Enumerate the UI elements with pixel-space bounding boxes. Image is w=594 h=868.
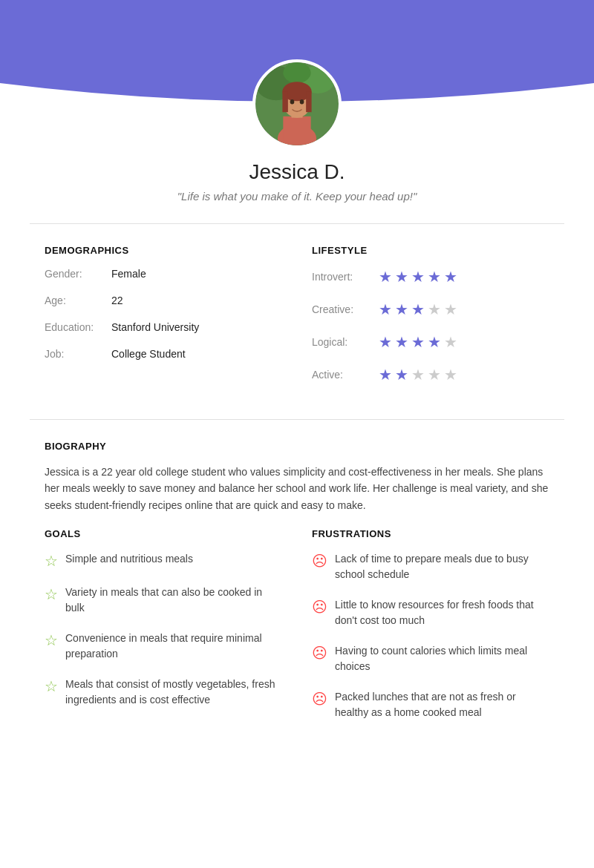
divider-1 [30, 223, 564, 224]
frustration-item-2: ☹ Little to know resources for fresh foo… [312, 597, 549, 628]
demographics-title: DEMOGRAPHICS [45, 245, 282, 256]
age-value: 22 [111, 295, 123, 306]
demographics-col: DEMOGRAPHICS Gender: Female Age: 22 Educ… [45, 245, 282, 398]
goal-item-3: ☆ Convenience in meals that require mini… [45, 631, 282, 662]
education-value: Stanford University [111, 321, 199, 333]
star-1: ★ [379, 366, 392, 384]
job-row: Job: College Student [45, 348, 282, 360]
gender-value: Female [111, 268, 146, 280]
creative-stars: ★ ★ ★ ★ ★ [379, 300, 457, 318]
goal-item-1: ☆ Simple and nutritious meals [45, 551, 282, 570]
goal-item-4: ☆ Meals that consist of mostly vegetable… [45, 677, 282, 708]
frustration-icon-3: ☹ [312, 644, 327, 662]
education-label: Education: [45, 321, 111, 333]
job-value: College Student [111, 348, 186, 360]
gender-label: Gender: [45, 268, 111, 280]
active-row: Active: ★ ★ ★ ★ ★ [312, 366, 549, 384]
frustration-item-3: ☹ Having to count calories which limits … [312, 643, 549, 674]
lifestyle-title: LIFESTYLE [312, 245, 549, 256]
star-1: ★ [379, 333, 392, 351]
introvert-row: Introvert: ★ ★ ★ ★ ★ [312, 268, 549, 286]
star-4: ★ [428, 300, 441, 318]
frustration-text-3: Having to count calories which limits me… [335, 643, 549, 674]
age-label: Age: [45, 295, 111, 306]
education-row: Education: Stanford University [45, 321, 282, 333]
lifestyle-col: LIFESTYLE Introvert: ★ ★ ★ ★ ★ Creative:… [312, 245, 549, 398]
active-stars: ★ ★ ★ ★ ★ [379, 366, 457, 384]
svg-rect-6 [283, 116, 310, 144]
star-5: ★ [444, 333, 457, 351]
logical-row: Logical: ★ ★ ★ ★ ★ [312, 333, 549, 351]
gender-row: Gender: Female [45, 268, 282, 280]
star-4: ★ [428, 366, 441, 384]
star-2: ★ [395, 366, 408, 384]
frustrations-title: FRUSTRATIONS [312, 528, 549, 539]
star-3: ★ [411, 300, 425, 318]
job-label: Job: [45, 348, 111, 360]
goal-text-3: Convenience in meals that require minima… [65, 631, 282, 662]
goal-star-icon-1: ☆ [45, 552, 58, 570]
frustration-text-2: Little to know resources for fresh foods… [335, 597, 549, 628]
goal-text-1: Simple and nutritious meals [65, 551, 193, 567]
frustration-text-4: Packed lunches that are not as fresh or … [335, 689, 549, 720]
logical-stars: ★ ★ ★ ★ ★ [379, 333, 457, 351]
frustration-icon-2: ☹ [312, 598, 327, 616]
biography-section: BIOGRAPHY Jessica is a 22 year old colle… [0, 441, 594, 513]
goals-title: GOALS [45, 528, 282, 539]
svg-point-12 [290, 99, 295, 105]
goal-star-icon-3: ☆ [45, 631, 58, 649]
avatar [252, 59, 342, 148]
star-2: ★ [395, 300, 408, 318]
star-3: ★ [411, 333, 425, 351]
frustration-item-4: ☹ Packed lunches that are not as fresh o… [312, 689, 549, 720]
star-5: ★ [444, 300, 457, 318]
avatar-wrapper [0, 59, 594, 148]
biography-title: BIOGRAPHY [45, 441, 549, 452]
goals-frustrations-section: GOALS ☆ Simple and nutritious meals ☆ Va… [0, 528, 594, 735]
profile-name: Jessica D. [0, 160, 594, 184]
divider-2 [30, 419, 564, 420]
info-section: DEMOGRAPHICS Gender: Female Age: 22 Educ… [0, 245, 594, 398]
goal-text-2: Variety in meals that can also be cooked… [65, 585, 282, 616]
frustration-item-1: ☹ Lack of time to prepare meals due to b… [312, 551, 549, 582]
svg-point-13 [300, 99, 304, 105]
star-3: ★ [411, 268, 425, 286]
creative-label: Creative: [312, 303, 379, 315]
svg-rect-10 [282, 91, 287, 112]
goal-star-icon-2: ☆ [45, 585, 58, 603]
frustration-icon-1: ☹ [312, 552, 327, 570]
goals-col: GOALS ☆ Simple and nutritious meals ☆ Va… [45, 528, 282, 735]
biography-text: Jessica is a 22 year old college student… [45, 464, 549, 513]
svg-rect-11 [306, 91, 311, 112]
frustration-icon-4: ☹ [312, 690, 327, 708]
star-3: ★ [411, 366, 425, 384]
star-4: ★ [428, 333, 441, 351]
star-5: ★ [444, 366, 457, 384]
goal-item-2: ☆ Variety in meals that can also be cook… [45, 585, 282, 616]
star-2: ★ [395, 268, 408, 286]
star-1: ★ [379, 268, 392, 286]
introvert-stars: ★ ★ ★ ★ ★ [379, 268, 457, 286]
goal-text-4: Meals that consist of mostly vegetables,… [65, 677, 282, 708]
profile-quote: "Life is what you make of it. Keep your … [0, 190, 594, 203]
star-1: ★ [379, 300, 392, 318]
svg-point-4 [283, 62, 310, 83]
star-2: ★ [395, 333, 408, 351]
active-label: Active: [312, 369, 379, 381]
introvert-label: Introvert: [312, 271, 379, 283]
goal-star-icon-4: ☆ [45, 677, 58, 695]
creative-row: Creative: ★ ★ ★ ★ ★ [312, 300, 549, 318]
frustration-text-1: Lack of time to prepare meals due to bus… [335, 551, 549, 582]
star-4: ★ [428, 268, 441, 286]
logical-label: Logical: [312, 336, 379, 348]
age-row: Age: 22 [45, 295, 282, 306]
frustrations-col: FRUSTRATIONS ☹ Lack of time to prepare m… [312, 528, 549, 735]
star-5: ★ [444, 268, 457, 286]
